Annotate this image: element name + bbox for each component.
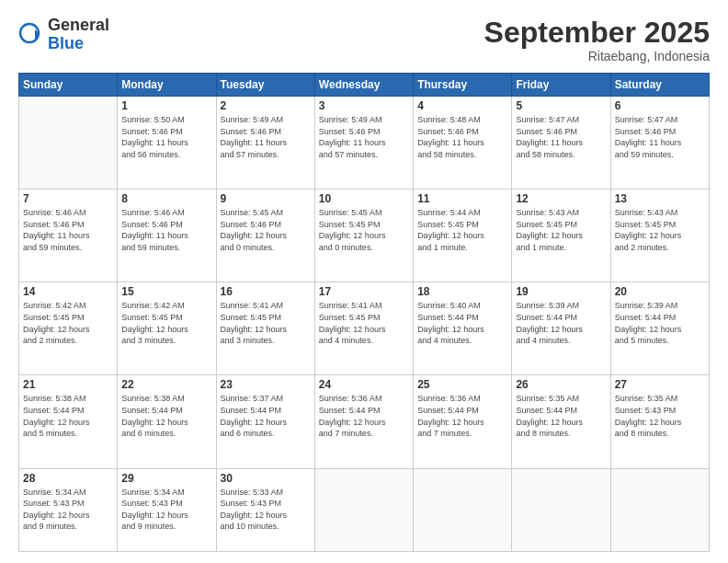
day-info: Sunrise: 5:42 AM Sunset: 5:45 PM Dayligh… bbox=[121, 300, 211, 346]
month-title: September 2025 bbox=[484, 17, 710, 49]
logo-blue-text: Blue bbox=[48, 34, 84, 52]
day-info: Sunrise: 5:47 AM Sunset: 5:46 PM Dayligh… bbox=[615, 114, 705, 160]
day-number: 18 bbox=[417, 285, 507, 298]
col-wednesday: Wednesday bbox=[314, 74, 413, 97]
day-number: 24 bbox=[319, 378, 409, 391]
col-saturday: Saturday bbox=[610, 74, 709, 97]
day-info: Sunrise: 5:33 AM Sunset: 5:43 PM Dayligh… bbox=[221, 487, 311, 533]
table-row bbox=[414, 468, 512, 552]
table-row: 5Sunrise: 5:47 AM Sunset: 5:46 PM Daylig… bbox=[512, 97, 610, 190]
day-info: Sunrise: 5:49 AM Sunset: 5:46 PM Dayligh… bbox=[221, 114, 311, 160]
table-row: 1Sunrise: 5:50 AM Sunset: 5:46 PM Daylig… bbox=[118, 97, 216, 190]
day-number: 17 bbox=[319, 285, 409, 298]
day-number: 3 bbox=[319, 99, 409, 112]
table-row: 10Sunrise: 5:45 AM Sunset: 5:45 PM Dayli… bbox=[314, 190, 413, 282]
day-info: Sunrise: 5:48 AM Sunset: 5:46 PM Dayligh… bbox=[417, 114, 507, 160]
day-number: 23 bbox=[221, 378, 311, 391]
table-row: 24Sunrise: 5:36 AM Sunset: 5:44 PM Dayli… bbox=[314, 375, 413, 468]
day-info: Sunrise: 5:47 AM Sunset: 5:46 PM Dayligh… bbox=[516, 114, 606, 160]
col-thursday: Thursday bbox=[414, 74, 512, 97]
table-row: 20Sunrise: 5:39 AM Sunset: 5:44 PM Dayli… bbox=[610, 282, 709, 375]
day-info: Sunrise: 5:36 AM Sunset: 5:44 PM Dayligh… bbox=[417, 393, 507, 439]
logo: General Blue bbox=[18, 17, 109, 53]
day-number: 28 bbox=[23, 472, 113, 485]
day-info: Sunrise: 5:37 AM Sunset: 5:44 PM Dayligh… bbox=[221, 393, 311, 439]
table-row: 22Sunrise: 5:38 AM Sunset: 5:44 PM Dayli… bbox=[118, 375, 216, 468]
col-friday: Friday bbox=[512, 74, 610, 97]
location-subtitle: Ritaebang, Indonesia bbox=[484, 49, 710, 63]
day-info: Sunrise: 5:44 AM Sunset: 5:45 PM Dayligh… bbox=[417, 207, 507, 253]
day-info: Sunrise: 5:43 AM Sunset: 5:45 PM Dayligh… bbox=[516, 207, 606, 253]
day-info: Sunrise: 5:39 AM Sunset: 5:44 PM Dayligh… bbox=[615, 300, 705, 346]
logo-icon bbox=[18, 22, 44, 48]
header: General Blue September 2025 Ritaebang, I… bbox=[18, 17, 710, 63]
day-number: 7 bbox=[23, 192, 113, 205]
day-number: 22 bbox=[121, 378, 211, 391]
day-number: 15 bbox=[121, 285, 211, 298]
table-row: 7Sunrise: 5:46 AM Sunset: 5:46 PM Daylig… bbox=[19, 190, 118, 282]
calendar-table: Sunday Monday Tuesday Wednesday Thursday… bbox=[18, 73, 710, 552]
table-row: 21Sunrise: 5:38 AM Sunset: 5:44 PM Dayli… bbox=[19, 375, 118, 468]
day-number: 6 bbox=[615, 99, 705, 112]
col-tuesday: Tuesday bbox=[216, 74, 314, 97]
day-number: 2 bbox=[221, 99, 311, 112]
day-info: Sunrise: 5:35 AM Sunset: 5:44 PM Dayligh… bbox=[516, 393, 606, 439]
col-monday: Monday bbox=[118, 74, 216, 97]
table-row: 11Sunrise: 5:44 AM Sunset: 5:45 PM Dayli… bbox=[414, 190, 512, 282]
table-row: 18Sunrise: 5:40 AM Sunset: 5:44 PM Dayli… bbox=[414, 282, 512, 375]
day-number: 4 bbox=[417, 99, 507, 112]
table-row: 28Sunrise: 5:34 AM Sunset: 5:43 PM Dayli… bbox=[19, 468, 118, 552]
day-number: 13 bbox=[615, 192, 705, 205]
table-row: 27Sunrise: 5:35 AM Sunset: 5:43 PM Dayli… bbox=[610, 375, 709, 468]
table-row bbox=[512, 468, 610, 552]
logo-text: General Blue bbox=[48, 17, 109, 53]
day-number: 5 bbox=[516, 99, 606, 112]
col-sunday: Sunday bbox=[19, 74, 118, 97]
day-info: Sunrise: 5:40 AM Sunset: 5:44 PM Dayligh… bbox=[417, 300, 507, 346]
day-number: 29 bbox=[121, 472, 211, 485]
table-row: 14Sunrise: 5:42 AM Sunset: 5:45 PM Dayli… bbox=[19, 282, 118, 375]
table-row bbox=[19, 97, 118, 190]
day-info: Sunrise: 5:45 AM Sunset: 5:45 PM Dayligh… bbox=[319, 207, 409, 253]
day-info: Sunrise: 5:34 AM Sunset: 5:43 PM Dayligh… bbox=[121, 487, 211, 533]
calendar-header-row: Sunday Monday Tuesday Wednesday Thursday… bbox=[19, 74, 710, 97]
day-number: 8 bbox=[121, 192, 211, 205]
day-info: Sunrise: 5:39 AM Sunset: 5:44 PM Dayligh… bbox=[516, 300, 606, 346]
table-row: 4Sunrise: 5:48 AM Sunset: 5:46 PM Daylig… bbox=[414, 97, 512, 190]
day-number: 25 bbox=[417, 378, 507, 391]
day-info: Sunrise: 5:50 AM Sunset: 5:46 PM Dayligh… bbox=[121, 114, 211, 160]
table-row: 17Sunrise: 5:41 AM Sunset: 5:45 PM Dayli… bbox=[314, 282, 413, 375]
day-info: Sunrise: 5:49 AM Sunset: 5:46 PM Dayligh… bbox=[319, 114, 409, 160]
day-number: 30 bbox=[221, 472, 311, 485]
table-row: 23Sunrise: 5:37 AM Sunset: 5:44 PM Dayli… bbox=[216, 375, 314, 468]
day-number: 19 bbox=[516, 285, 606, 298]
day-number: 9 bbox=[221, 192, 311, 205]
day-info: Sunrise: 5:36 AM Sunset: 5:44 PM Dayligh… bbox=[319, 393, 409, 439]
day-info: Sunrise: 5:43 AM Sunset: 5:45 PM Dayligh… bbox=[615, 207, 705, 253]
logo-general-text: General bbox=[48, 16, 109, 34]
table-row: 16Sunrise: 5:41 AM Sunset: 5:45 PM Dayli… bbox=[216, 282, 314, 375]
day-number: 27 bbox=[615, 378, 705, 391]
table-row bbox=[314, 468, 413, 552]
day-number: 21 bbox=[23, 378, 113, 391]
day-info: Sunrise: 5:45 AM Sunset: 5:46 PM Dayligh… bbox=[221, 207, 311, 253]
table-row: 15Sunrise: 5:42 AM Sunset: 5:45 PM Dayli… bbox=[118, 282, 216, 375]
day-number: 11 bbox=[417, 192, 507, 205]
table-row bbox=[610, 468, 709, 552]
day-info: Sunrise: 5:38 AM Sunset: 5:44 PM Dayligh… bbox=[23, 393, 113, 439]
title-block: September 2025 Ritaebang, Indonesia bbox=[484, 17, 710, 63]
table-row: 30Sunrise: 5:33 AM Sunset: 5:43 PM Dayli… bbox=[216, 468, 314, 552]
day-number: 12 bbox=[516, 192, 606, 205]
table-row: 3Sunrise: 5:49 AM Sunset: 5:46 PM Daylig… bbox=[314, 97, 413, 190]
day-info: Sunrise: 5:35 AM Sunset: 5:43 PM Dayligh… bbox=[615, 393, 705, 439]
day-info: Sunrise: 5:42 AM Sunset: 5:45 PM Dayligh… bbox=[23, 300, 113, 346]
table-row: 13Sunrise: 5:43 AM Sunset: 5:45 PM Dayli… bbox=[610, 190, 709, 282]
day-number: 14 bbox=[23, 285, 113, 298]
day-info: Sunrise: 5:41 AM Sunset: 5:45 PM Dayligh… bbox=[319, 300, 409, 346]
table-row: 25Sunrise: 5:36 AM Sunset: 5:44 PM Dayli… bbox=[414, 375, 512, 468]
day-number: 10 bbox=[319, 192, 409, 205]
table-row: 29Sunrise: 5:34 AM Sunset: 5:43 PM Dayli… bbox=[118, 468, 216, 552]
day-info: Sunrise: 5:41 AM Sunset: 5:45 PM Dayligh… bbox=[221, 300, 311, 346]
table-row: 19Sunrise: 5:39 AM Sunset: 5:44 PM Dayli… bbox=[512, 282, 610, 375]
table-row: 12Sunrise: 5:43 AM Sunset: 5:45 PM Dayli… bbox=[512, 190, 610, 282]
